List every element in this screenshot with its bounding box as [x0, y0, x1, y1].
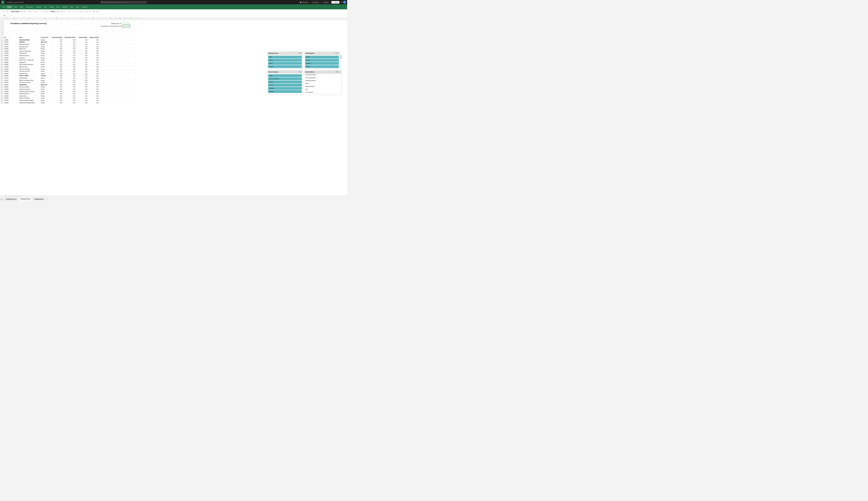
- as-item-assets[interactable]: Assets: [304, 82, 341, 85]
- tab-prev[interactable]: ‹: [2, 199, 3, 200]
- cell-1[interactable]: [4, 20, 136, 22]
- as-item-ad[interactable]: Accumulated Depreci...: [304, 76, 341, 79]
- cell-2p[interactable]: [130, 22, 136, 25]
- dept-expand-icon[interactable]: ▼: [300, 53, 301, 54]
- ribbon-tab-pagelayout[interactable]: Page Layout: [25, 6, 34, 8]
- currency-button[interactable]: $▾: [60, 11, 63, 13]
- as-item-bde[interactable]: Bad Debt Expense: [304, 85, 341, 88]
- col-header-J[interactable]: J: [104, 17, 108, 20]
- table-button[interactable]: ⊞ ▾: [96, 11, 98, 13]
- cg-item-blank[interactable]: BLANK: [305, 55, 339, 58]
- cell-3p[interactable]: [130, 25, 136, 27]
- col-header-G[interactable]: G: [76, 17, 88, 20]
- ribbon-tab-view[interactable]: View: [55, 6, 61, 8]
- editing-button[interactable]: ✏ Editing ▾: [321, 1, 330, 4]
- col-header-A[interactable]: A: [4, 17, 9, 20]
- cg-item-small[interactable]: SMALL: [305, 65, 339, 68]
- settings-icon[interactable]: ⚙: [341, 1, 342, 3]
- cell-3g[interactable]: [76, 25, 99, 27]
- condformat-button[interactable]: ▣ ▾: [93, 11, 96, 13]
- share-button[interactable]: ↗ Share: [331, 1, 339, 3]
- rowcol-button[interactable]: ↕ ▾: [71, 11, 73, 13]
- autosum-button[interactable]: Σ ▾: [77, 11, 80, 13]
- ribbon-tab-data[interactable]: Data: [43, 6, 48, 8]
- ac-item-netasset[interactable]: Net Asset: [268, 90, 302, 93]
- col-header-P[interactable]: P: [135, 17, 140, 20]
- undo-button[interactable]: ↩ ▾: [1, 11, 4, 13]
- formula-input[interactable]: [15, 15, 346, 16]
- align-button[interactable]: ≡ ▾: [41, 11, 43, 13]
- tab-list-icon[interactable]: ☰: [1, 199, 2, 200]
- ribbon-tab-share[interactable]: Share: [19, 6, 24, 8]
- ac-expand-icon[interactable]: ▼: [300, 71, 301, 73]
- dept-item-sales[interactable]: SALES: [268, 65, 302, 68]
- ac-item-liabilities[interactable]: Liabilities: [268, 87, 302, 90]
- formula-icon[interactable]: fx: [12, 15, 13, 16]
- comments-button[interactable]: 💬 Comments: [298, 1, 309, 4]
- selected-cell-O3[interactable]: [123, 25, 130, 27]
- col-header-K[interactable]: K: [108, 17, 113, 20]
- ac-item-expense[interactable]: Expense: [268, 81, 302, 83]
- ac-item-income[interactable]: Income: [268, 84, 302, 87]
- col-header-D[interactable]: D: [40, 17, 51, 20]
- col-header-name[interactable]: Name ▼: [19, 36, 40, 39]
- ribbon-tab-draw[interactable]: Draw: [75, 6, 80, 8]
- fill-button[interactable]: ⬇ ▾: [80, 11, 83, 13]
- cell-type-9[interactable]: Heading: [40, 39, 51, 41]
- font-color-button[interactable]: A: [34, 11, 38, 13]
- as-item-cash[interactable]: Cash: [304, 88, 341, 91]
- col-header-L[interactable]: L: [113, 17, 118, 20]
- tab-data[interactable]: TrialBalanceData: [33, 198, 45, 201]
- dept-item-adm[interactable]: ADM: [268, 55, 302, 58]
- tab-acy[interactable]: Trial Balance (ACY): [18, 198, 32, 201]
- catchup-button[interactable]: ⚡ Catch up: [310, 1, 320, 4]
- cell-3b[interactable]: [9, 25, 76, 27]
- ribbon-tab-review[interactable]: Review: [48, 6, 55, 8]
- dept-item-blank[interactable]: BLANK: [268, 59, 302, 62]
- accrued-job-costs-cell[interactable]: ⊟Accrued Job Costs: [19, 70, 40, 73]
- cellformat-button[interactable]: ⊟ ▾: [73, 11, 76, 13]
- cg-expand-icon[interactable]: ▼: [337, 53, 339, 54]
- font-name-select[interactable]: Segoe UI (Body): [10, 11, 23, 13]
- search-bar[interactable]: 🔍: [100, 1, 147, 3]
- col-header-accttype[interactable]: Account Type ▼: [40, 36, 51, 39]
- borders-button[interactable]: ⊞ ▾: [68, 11, 71, 13]
- search-input[interactable]: [104, 2, 146, 3]
- redo-button[interactable]: ↪: [4, 11, 6, 13]
- col-header-nd[interactable]: Net Change (Debit): [51, 36, 63, 39]
- as-item-cs[interactable]: Common Stock: [304, 91, 341, 94]
- ribbon-tab-automate[interactable]: Automate: [61, 6, 69, 8]
- col-header-bc[interactable]: Balance (Credit): [88, 36, 99, 39]
- ribbon-tab-formulas[interactable]: Formulas: [35, 6, 43, 8]
- paintformat-button[interactable]: 🖌: [6, 11, 9, 13]
- col-header-B[interactable]: B: [9, 17, 19, 20]
- col-header-nc[interactable]: Net Change (Credit): [63, 36, 76, 39]
- cell-name-9[interactable]: ⊟BALANCE SHEET: [19, 39, 40, 41]
- wrap-button[interactable]: ⇔: [43, 11, 45, 13]
- cg-item-large[interactable]: LARGE: [305, 59, 339, 62]
- as-expand-icon[interactable]: ▼: [338, 71, 339, 73]
- merge-button[interactable]: ⊞ ▾: [46, 11, 49, 13]
- col-header-N[interactable]: N: [123, 17, 127, 20]
- ribbon-tab-home[interactable]: Home: [7, 6, 12, 8]
- dept-item-prod[interactable]: PROD: [268, 62, 302, 65]
- font-size-input[interactable]: [23, 11, 28, 13]
- cell-no-9[interactable]: ⊟10000: [4, 39, 19, 41]
- cell-2o[interactable]: [123, 22, 130, 25]
- tab-nav[interactable]: ☰ ‹ ›: [1, 199, 3, 200]
- col-header-H[interactable]: H: [88, 17, 99, 20]
- as-scroll-up[interactable]: ▲: [339, 71, 340, 73]
- accounts-receivable-cell[interactable]: ⊟Accounts Receivable: [19, 50, 40, 52]
- comma-button[interactable]: ,: [65, 11, 66, 13]
- col-header-bd[interactable]: Balance (Debit): [76, 36, 88, 39]
- cg-filter-icon[interactable]: ☰: [336, 53, 337, 54]
- bold-button[interactable]: B: [28, 11, 30, 13]
- cg-item-medium[interactable]: MEDIUM: [305, 62, 339, 65]
- ribbon-tab-file[interactable]: File: [1, 6, 6, 8]
- col-header-E[interactable]: E: [51, 17, 63, 20]
- cell-reference[interactable]: [1, 14, 8, 17]
- ribbon-tab-scriptlab[interactable]: Script Lab: [80, 6, 88, 8]
- as-item-ae[interactable]: Advertising Expense: [304, 79, 341, 82]
- tab-next[interactable]: ›: [3, 199, 3, 200]
- more-button[interactable]: ···: [38, 11, 40, 13]
